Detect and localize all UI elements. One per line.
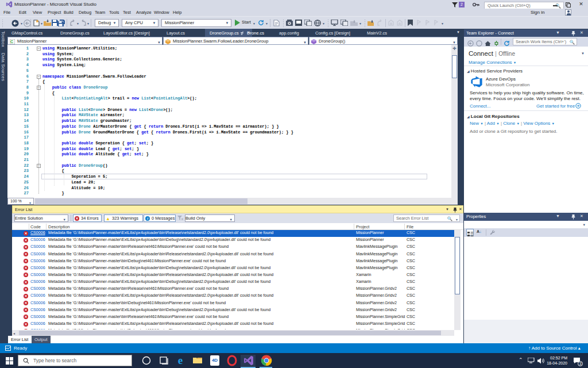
svg-text:C: C (10, 40, 13, 44)
